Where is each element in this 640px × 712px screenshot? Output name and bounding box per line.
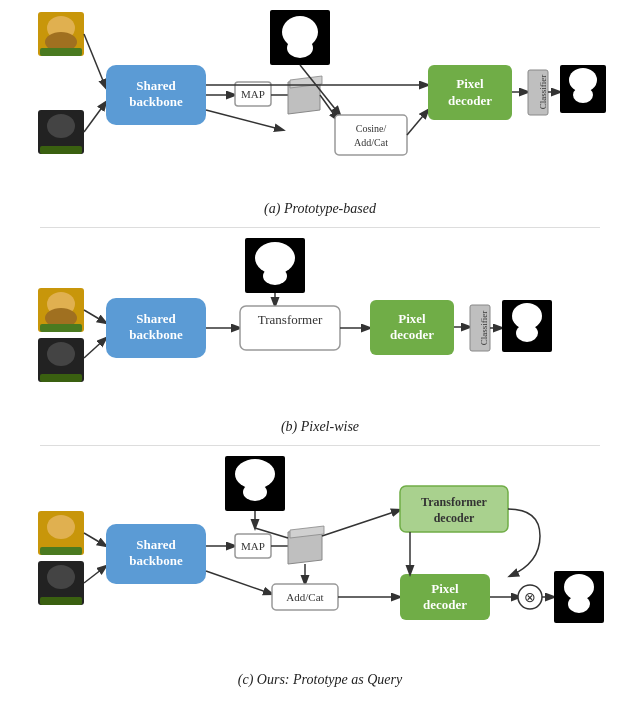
- svg-text:decoder: decoder: [390, 327, 434, 342]
- svg-text:Classifier: Classifier: [479, 311, 489, 346]
- svg-text:backbone: backbone: [129, 327, 183, 342]
- caption-a: (a) Prototype-based: [264, 201, 376, 217]
- svg-text:Cosine/: Cosine/: [356, 123, 387, 134]
- svg-rect-74: [40, 547, 82, 555]
- svg-point-47: [47, 342, 75, 366]
- svg-text:MAP: MAP: [241, 88, 265, 100]
- svg-line-49: [84, 310, 106, 323]
- main-container: Shared backbone MAP Cosine/ Add/Cat: [0, 0, 640, 712]
- svg-line-91: [206, 571, 272, 594]
- divider-ab: [40, 227, 600, 228]
- svg-rect-48: [40, 374, 82, 382]
- svg-text:⊗: ⊗: [524, 590, 536, 605]
- diagram-b-section: Shared backbone Transformer Pixel decode…: [20, 238, 620, 435]
- diagram-a-section: Shared backbone MAP Cosine/ Add/Cat: [20, 10, 620, 217]
- svg-point-9: [287, 38, 313, 58]
- svg-text:Pixel: Pixel: [398, 311, 426, 326]
- svg-text:decoder: decoder: [434, 511, 475, 525]
- svg-rect-24: [335, 115, 407, 155]
- svg-rect-45: [40, 324, 82, 332]
- svg-point-76: [47, 565, 75, 589]
- svg-rect-6: [40, 146, 82, 154]
- svg-text:Pixel: Pixel: [456, 76, 484, 91]
- diagram-a-svg: Shared backbone MAP Cosine/ Add/Cat: [30, 10, 610, 195]
- svg-rect-95: [400, 486, 508, 532]
- svg-point-73: [47, 515, 75, 539]
- svg-line-79: [84, 566, 106, 583]
- svg-text:Pixel: Pixel: [431, 581, 459, 596]
- diagram-b-svg: Shared backbone Transformer Pixel decode…: [30, 238, 610, 413]
- svg-point-38: [573, 87, 593, 103]
- svg-text:backbone: backbone: [129, 553, 183, 568]
- svg-text:Transformer: Transformer: [421, 495, 487, 509]
- svg-line-78: [84, 533, 106, 546]
- svg-line-27: [407, 110, 428, 135]
- svg-line-89: [322, 510, 400, 536]
- svg-line-11: [84, 102, 106, 132]
- svg-text:Shared: Shared: [136, 537, 176, 552]
- diagram-c-section: Shared backbone MAP Add/Cat: [20, 456, 620, 688]
- svg-text:Shared: Shared: [136, 78, 176, 93]
- svg-line-18: [206, 110, 283, 130]
- svg-text:decoder: decoder: [423, 597, 467, 612]
- svg-text:Transformer: Transformer: [258, 312, 323, 327]
- svg-point-107: [568, 595, 590, 613]
- diagram-c-svg: Shared backbone MAP Add/Cat: [30, 456, 610, 666]
- svg-point-68: [516, 324, 538, 342]
- svg-text:backbone: backbone: [129, 94, 183, 109]
- svg-text:decoder: decoder: [448, 93, 492, 108]
- divider-bc: [40, 445, 600, 446]
- svg-line-10: [84, 34, 106, 88]
- svg-rect-77: [40, 597, 82, 605]
- svg-text:MAP: MAP: [241, 540, 265, 552]
- caption-b: (b) Pixel-wise: [281, 419, 359, 435]
- svg-point-41: [263, 267, 287, 285]
- caption-c: (c) Ours: Prototype as Query: [238, 672, 402, 688]
- svg-text:Classifier: Classifier: [538, 75, 548, 110]
- svg-rect-3: [40, 48, 82, 56]
- svg-text:Shared: Shared: [136, 311, 176, 326]
- svg-text:Add/Cat: Add/Cat: [286, 591, 323, 603]
- svg-point-5: [47, 114, 75, 138]
- svg-point-71: [243, 483, 267, 501]
- svg-line-50: [84, 338, 106, 358]
- svg-text:Add/Cat: Add/Cat: [354, 137, 388, 148]
